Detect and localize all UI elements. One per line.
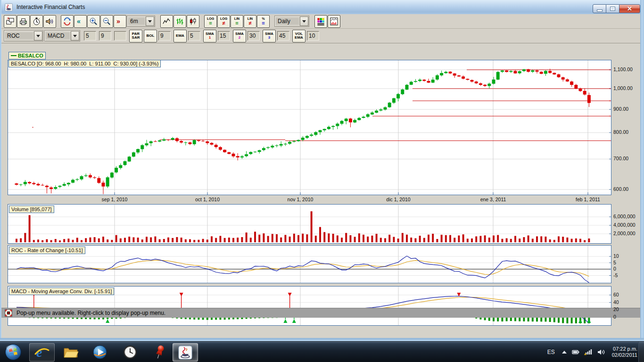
taskbar-item-internet-explorer[interactable]: e [29,343,55,362]
print-icon [19,17,28,26]
sma3-button[interactable]: SMA3 [263,30,276,42]
tray-time: 07:22 p.m. [612,346,637,352]
taskbar-item-clock-app[interactable] [118,343,142,361]
scroll-left-button[interactable]: « [74,15,87,28]
macd-axis-label: 60 [613,292,619,297]
indicator1-value: ROC [5,33,33,39]
chevron-down-icon[interactable] [34,31,42,41]
price-chart-panel[interactable] [8,60,611,195]
network-warning-icon[interactable] [584,348,593,355]
chevron-down-icon[interactable] [71,31,79,41]
sma3-button-period-field[interactable] [277,31,289,41]
close-button[interactable]: ✕ [619,4,640,13]
show-desktop-button[interactable] [638,342,644,362]
sma2-button-period-field[interactable] [248,31,260,41]
tray-clock[interactable]: 07:22 p.m. 02/02/2011 [612,346,637,358]
chart-settings-button[interactable] [328,15,340,28]
reload-button[interactable] [61,15,74,28]
line-chart-button[interactable] [160,15,173,28]
double-right-icon: » [116,17,124,26]
log-notequal-button[interactable]: LOG≠ [217,15,230,28]
ema-button-period-field[interactable] [188,31,200,41]
desktop-screen: Interactive Financial Charts ✕ « » 6m [0,0,644,362]
svg-text:»: » [116,17,120,25]
indicator-param-field-2[interactable] [99,31,111,41]
minimize-icon [597,9,603,12]
lin-notequal-button[interactable]: LIN≠ [244,15,256,28]
roc-panel[interactable] [8,245,611,283]
chevron-down-icon[interactable] [300,16,308,26]
windows-start-icon [4,343,22,361]
taskbar-item-explorer[interactable] [58,343,83,361]
print-button[interactable] [17,15,30,28]
candlestick-chart-button[interactable] [187,15,199,28]
language-indicator[interactable]: ES [545,349,557,355]
ema-button[interactable]: EMA [173,30,187,42]
range-select[interactable]: 6m [127,16,155,27]
price-axis-label: 900.00 [613,106,628,112]
macd-axis-label: 40 [613,299,619,305]
java-window-icon [5,3,13,11]
zoom-out-button[interactable] [100,15,113,28]
price-axis-label: 1,000.00 [613,85,633,91]
sma1-button-period-field[interactable] [218,31,230,41]
volume-axis-label: 2,000,000 [613,230,636,236]
par-sar-button[interactable]: PARSAR [129,30,142,42]
pushpin-icon [152,344,167,360]
bollinger-button-period-field[interactable] [158,31,171,41]
svg-text:«: « [77,17,81,25]
indicator1-select[interactable]: ROC [4,30,43,41]
internet-explorer-icon: e [34,345,50,361]
macd-axis-label: 20 [613,306,619,312]
new-window-icon [6,17,15,26]
vol-ema-button[interactable]: VOLEMA [292,30,305,42]
taskbar-item-java-app[interactable] [173,343,198,362]
system-tray: ES 07:22 p.m. 02/02/2011 [545,342,637,362]
period-select[interactable]: Daily [274,16,309,27]
java-app-icon [177,345,193,361]
indicator-param-field-3[interactable] [114,31,126,41]
date-axis-label: sep 1, 2010 [102,197,128,202]
percent-equal-button[interactable]: %= [257,15,270,28]
ohlc-chart-icon [175,17,184,26]
battery-icon[interactable] [572,349,579,355]
new-window-button[interactable] [4,15,17,28]
minimize-button[interactable] [593,4,606,13]
chart-settings-icon [330,17,339,26]
chevron-down-icon[interactable] [146,16,154,26]
taskbar-item-pushpin[interactable] [149,343,171,361]
vol-ema-button-period-field[interactable] [307,31,319,41]
scroll-right-button[interactable]: » [114,15,126,28]
lin-equal-button[interactable]: LIN= [231,15,243,28]
period-value: Daily [276,18,299,25]
log-equal-button[interactable]: LOG= [204,15,217,28]
indicator-params-group: PARSARBOLEMASMA1SMA2SMA3VOLEMA [84,30,322,42]
indicator-param-field-1[interactable] [84,31,96,41]
maximize-button[interactable] [606,4,619,13]
ohlc-chart-button[interactable] [173,15,186,28]
range-value: 6m [128,18,145,25]
tray-date: 02/02/2011 [612,352,637,358]
tray-expand-icon[interactable] [561,350,567,354]
price-axis-label: 600.00 [613,186,628,192]
sma2-button[interactable]: SMA2 [233,30,246,42]
line-chart-icon [162,17,171,26]
clock-app-icon [122,344,138,360]
taskbar-item-media-player[interactable] [88,343,112,361]
series-color-swatch [11,55,17,56]
maximize-icon [610,7,615,11]
bollinger-button[interactable]: BOL [144,30,157,42]
series-legend: BESALCO [8,52,46,59]
sma1-button[interactable]: SMA1 [203,30,216,42]
volume-icon[interactable] [597,349,605,355]
volume-panel[interactable] [8,204,611,244]
macd-label: MACD - Moving Average Conv. Div. [-15.91… [9,288,114,295]
sound-alerts-button[interactable] [43,15,56,28]
zoom-in-button[interactable] [87,15,100,28]
colors-button[interactable] [314,15,327,28]
titlebar[interactable]: Interactive Financial Charts ✕ [0,0,644,15]
ohlc-legend: BESALCO [O: 968.00 H: 980.00 L: 911.00 C… [8,60,161,67]
indicator2-select[interactable]: MACD [44,30,80,41]
timer-button[interactable] [30,15,43,28]
start-button[interactable] [1,343,25,361]
